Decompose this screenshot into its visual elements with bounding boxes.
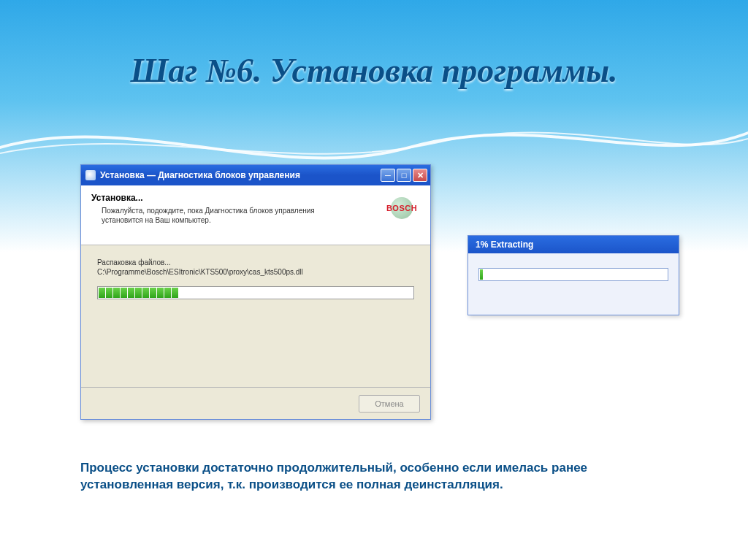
progress-segment [157,288,164,298]
close-button[interactable]: ✕ [413,169,427,182]
cancel-button[interactable]: Отмена [359,395,420,413]
maximize-button[interactable]: □ [397,169,411,182]
app-icon [85,170,96,180]
installer-header: Установка... Пожалуйста, подождите, пока… [81,185,430,245]
minimize-button[interactable]: ─ [381,169,395,182]
progress-segment [150,288,156,298]
slide-title: Шаг №6. Установка программы. [0,51,748,90]
installer-subtext: Пожалуйста, подождите, пока Диагностика … [102,206,343,225]
progress-segment [142,288,149,298]
slide: Шаг №6. Установка программы. Установка —… [0,0,748,560]
extracting-title: 1% Extracting [468,236,679,253]
progress-segment [172,288,178,298]
slide-caption: Процесс установки достаточно продолжител… [80,460,665,494]
installer-body: Распаковка файлов... C:\Programme\Bosch\… [81,245,430,312]
progress-bar [97,286,414,299]
progress-segment [99,288,105,298]
progress-segment [128,288,134,298]
progress-segment [113,288,120,298]
progress-segment [164,288,171,298]
extracting-progress-bar [478,268,668,281]
bosch-logo: BOSCH [382,197,421,219]
status-line: Распаковка файлов... [97,258,414,266]
extracting-progress-fill [480,269,483,280]
titlebar: Установка — Диагностика блоков управлени… [81,165,430,185]
installer-window: Установка — Диагностика блоков управлени… [80,164,431,420]
progress-segment [121,288,127,298]
progress-segment [106,288,112,298]
extracting-window: 1% Extracting [468,235,679,315]
window-title: Установка — Диагностика блоков управлени… [100,170,300,180]
bosch-logo-text: BOSCH [386,204,417,212]
progress-segment [135,288,142,298]
file-path: C:\Programme\Bosch\ESItronic\KTS500\prox… [97,268,414,276]
installer-heading: Установка... [91,193,420,203]
installer-footer: Отмена [81,387,430,419]
